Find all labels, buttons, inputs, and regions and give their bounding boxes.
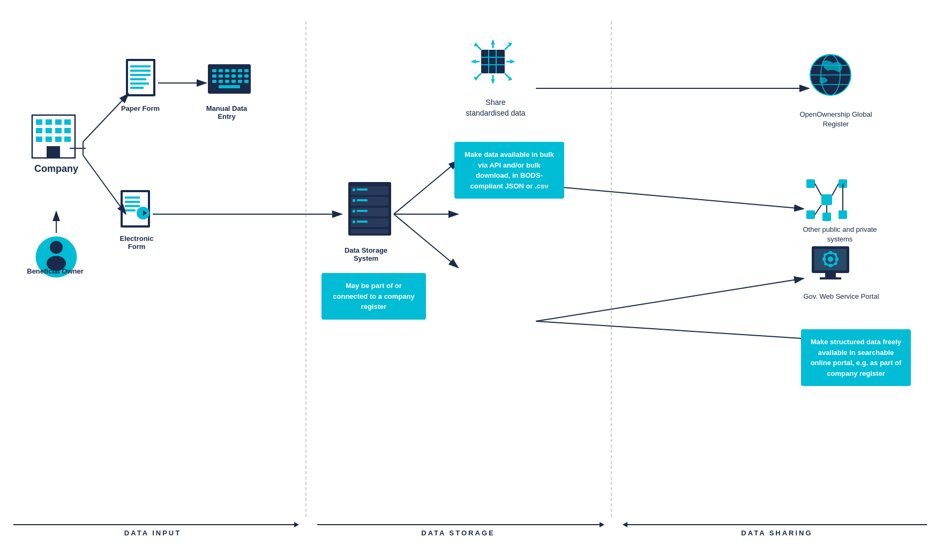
structured-data-box: Make structured data freely available in… — [801, 329, 911, 386]
svg-marker-80 — [510, 59, 514, 64]
svg-rect-0 — [32, 115, 75, 158]
svg-rect-119 — [834, 262, 837, 266]
section-labels: DATA INPUT DATA STORAGE DATA SHARING — [0, 528, 943, 538]
svg-rect-112 — [829, 251, 832, 254]
svg-rect-109 — [820, 277, 841, 279]
svg-marker-141 — [623, 522, 627, 527]
svg-rect-63 — [357, 210, 368, 212]
svg-rect-20 — [130, 70, 151, 72]
svg-rect-5 — [36, 128, 42, 133]
svg-rect-27 — [212, 69, 216, 72]
svg-rect-45 — [219, 85, 240, 88]
svg-rect-32 — [244, 69, 249, 72]
svg-marker-82 — [474, 42, 478, 47]
svg-marker-84 — [508, 42, 512, 47]
svg-line-81 — [476, 44, 481, 50]
svg-rect-18 — [128, 61, 153, 94]
svg-rect-37 — [238, 74, 242, 78]
svg-rect-30 — [231, 69, 236, 72]
data-sharing-label: DATA SHARING — [741, 529, 812, 537]
svg-rect-25 — [208, 64, 251, 94]
make-data-box: Make data available in bulk via API and/… — [454, 142, 564, 199]
divider-1 — [305, 21, 306, 517]
svg-rect-8 — [64, 128, 71, 133]
svg-rect-115 — [835, 258, 839, 261]
svg-rect-34 — [219, 74, 223, 78]
svg-rect-21 — [130, 74, 151, 76]
data-storage-label-bottom: DATA STORAGE — [421, 529, 495, 537]
svg-rect-29 — [225, 69, 229, 72]
svg-rect-49 — [125, 201, 140, 203]
svg-rect-108 — [825, 273, 836, 277]
paper-form-label: Paper Form — [119, 104, 162, 112]
svg-rect-42 — [231, 80, 236, 83]
svg-marker-78 — [472, 59, 476, 64]
manual-entry-label: Manual Data Entry — [200, 104, 253, 120]
svg-rect-47 — [123, 192, 148, 225]
svg-rect-24 — [130, 87, 144, 89]
data-storage-label: Data Storage System — [336, 246, 395, 262]
svg-rect-60 — [357, 199, 368, 201]
svg-point-91 — [821, 55, 840, 95]
svg-point-52 — [137, 207, 149, 220]
svg-rect-13 — [47, 146, 60, 158]
svg-line-127 — [394, 161, 458, 214]
svg-rect-58 — [351, 197, 388, 206]
svg-rect-26 — [211, 67, 248, 91]
svg-rect-35 — [225, 74, 229, 78]
svg-rect-51 — [125, 209, 136, 211]
svg-rect-96 — [806, 179, 815, 188]
svg-line-87 — [505, 73, 510, 79]
svg-line-131 — [563, 187, 804, 209]
svg-point-90 — [810, 55, 851, 95]
svg-line-121 — [83, 155, 126, 214]
svg-rect-43 — [238, 80, 242, 83]
openownership-label: OpenOwnership Global Register — [798, 110, 873, 129]
svg-rect-11 — [55, 137, 62, 142]
svg-rect-22 — [130, 78, 146, 80]
svg-rect-38 — [244, 74, 249, 78]
svg-line-101 — [815, 184, 821, 195]
svg-rect-59 — [353, 199, 355, 202]
other-systems-label: Other public and private systems — [793, 225, 887, 244]
svg-rect-44 — [244, 80, 249, 83]
svg-rect-54 — [348, 182, 391, 236]
svg-rect-57 — [357, 188, 368, 191]
svg-rect-7 — [55, 128, 62, 133]
svg-rect-61 — [351, 208, 388, 216]
svg-line-132 — [536, 278, 804, 321]
svg-rect-66 — [357, 221, 368, 223]
may-be-part-box: May be part of or connected to a company… — [321, 273, 426, 320]
svg-rect-50 — [125, 205, 140, 207]
svg-rect-106 — [812, 246, 849, 273]
svg-marker-88 — [508, 77, 512, 81]
beneficial-owner-label: Beneficial Owner — [26, 267, 85, 276]
svg-rect-1 — [36, 119, 42, 125]
share-standardised-label: Share standardised data — [463, 97, 528, 118]
svg-marker-76 — [491, 79, 495, 84]
diagram-container: Company Beneficial Owner Paper Form Manu… — [0, 0, 943, 560]
svg-rect-3 — [55, 119, 62, 125]
svg-rect-65 — [353, 221, 355, 223]
svg-rect-68 — [481, 50, 505, 73]
svg-marker-137 — [294, 522, 299, 527]
svg-rect-6 — [46, 128, 52, 133]
svg-rect-118 — [824, 262, 827, 266]
electronic-form-label: Electronic Form — [113, 234, 161, 251]
svg-rect-40 — [219, 80, 223, 83]
svg-point-15 — [50, 241, 63, 254]
svg-rect-99 — [839, 210, 847, 219]
svg-rect-23 — [130, 82, 149, 85]
svg-rect-39 — [212, 80, 216, 83]
company-label: Company — [32, 163, 80, 175]
svg-rect-97 — [839, 179, 847, 188]
data-input-label: DATA INPUT — [124, 529, 181, 537]
svg-rect-95 — [821, 194, 832, 205]
svg-point-89 — [810, 55, 851, 95]
svg-rect-107 — [814, 249, 847, 270]
svg-rect-46 — [121, 190, 150, 228]
svg-point-111 — [828, 256, 833, 262]
svg-line-102 — [832, 184, 839, 195]
svg-rect-98 — [806, 210, 815, 219]
svg-rect-4 — [64, 119, 71, 125]
